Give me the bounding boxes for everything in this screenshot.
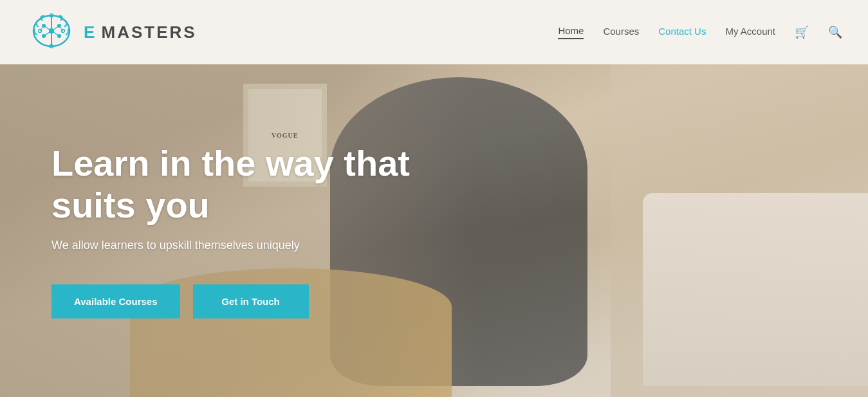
hero-title: Learn in the way that suits you	[51, 143, 502, 226]
nav-courses[interactable]: Courses	[603, 26, 639, 39]
logo-icon	[26, 6, 77, 58]
hero-subtitle: We allow learners to upskill themselves …	[51, 239, 817, 252]
main-nav: Home Courses Contact Us My Account 🛒 🔍	[558, 25, 842, 39]
get-in-touch-button[interactable]: Get in Touch	[193, 284, 309, 319]
nav-account[interactable]: My Account	[725, 26, 775, 39]
available-courses-button[interactable]: Available Courses	[51, 284, 180, 319]
logo-text: E MASTERS	[84, 23, 197, 42]
svg-line-8	[51, 26, 59, 31]
svg-line-10	[51, 31, 59, 36]
svg-line-9	[44, 31, 51, 36]
site-header: E MASTERS Home Courses Contact Us My Acc…	[0, 0, 868, 64]
hero-section: VOGUE Learn in the way that suits you We…	[0, 64, 868, 397]
search-icon[interactable]: 🔍	[828, 25, 842, 39]
logo[interactable]: E MASTERS	[26, 6, 197, 58]
hero-content: Learn in the way that suits you We allow…	[0, 64, 868, 397]
cart-icon[interactable]: 🛒	[795, 25, 809, 39]
nav-contact[interactable]: Contact Us	[658, 26, 706, 39]
svg-line-7	[44, 26, 51, 31]
nav-home[interactable]: Home	[558, 25, 584, 39]
hero-buttons: Available Courses Get in Touch	[51, 284, 817, 319]
